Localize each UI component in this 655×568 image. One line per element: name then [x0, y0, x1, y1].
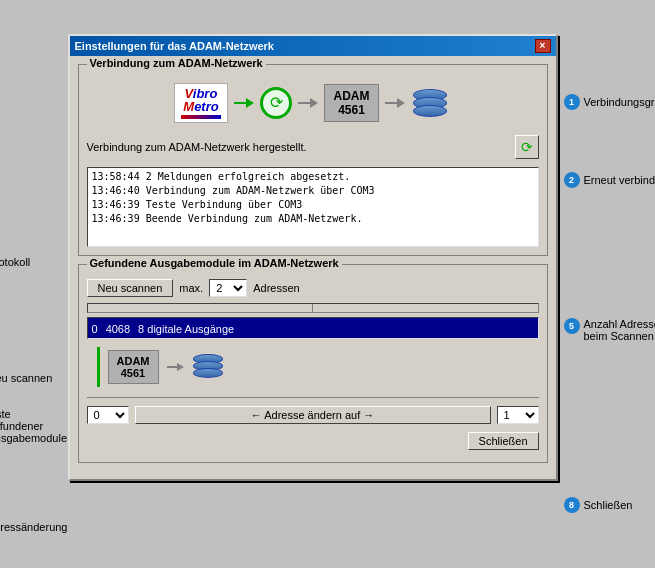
list-row[interactable]: 0 4068 8 digitale Ausgänge	[88, 318, 538, 339]
preview-db-disks	[192, 348, 228, 386]
address-change-row: 0 1 2 ← Adresse ändern auf → 1 0 2	[87, 402, 539, 428]
badge-2: 2	[564, 172, 580, 188]
log-line-1: 13:58:44 2 Meldungen erfolgreich abgeset…	[92, 170, 534, 184]
address-from-select[interactable]: 0 1 2	[87, 406, 129, 424]
connection-arrow	[234, 98, 254, 108]
modules-group-title: Gefundene Ausgabemodule im ADAM-Netzwerk	[87, 257, 342, 269]
connection-group: Verbindung zum ADAM-Netzwerk Vibro Metro	[78, 64, 548, 256]
close-button-row: Schließen	[87, 428, 539, 454]
log-line-4: 13:46:39 Beende Verbindung zum ADAM-Netz…	[92, 212, 534, 226]
annotation-neu-scannen: 4 Neu scannen	[0, 370, 68, 386]
badge-5: 5	[564, 318, 580, 334]
adam-device-label: ADAM4561	[324, 84, 379, 122]
close-button[interactable]: Schließen	[468, 432, 539, 450]
log-line-2: 13:46:40 Verbindung zum ADAM-Netzwerk üb…	[92, 184, 534, 198]
badge-1: 1	[564, 94, 580, 110]
adam-preview: ADAM4561	[87, 339, 539, 395]
annotation-anzahl-adressen: 5 Anzahl Adressen beim Scannen	[564, 318, 656, 342]
window-title: Einstellungen für das ADAM-Netzwerk	[75, 40, 274, 52]
progress-bar	[87, 303, 539, 313]
annotation-adressaenderung: 7 Adressänderung	[0, 519, 68, 535]
connection-group-title: Verbindung zum ADAM-Netzwerk	[87, 57, 266, 69]
connection-status-row: Verbindung zum ADAM-Netzwerk hergestellt…	[87, 133, 539, 161]
annotation-schliessen: 8 Schließen	[564, 497, 656, 513]
main-window: Einstellungen für das ADAM-Netzwerk × Ve…	[68, 34, 558, 481]
annotation-erneut-verbinden: 2 Erneut verbinden	[564, 172, 656, 188]
list-col-addr: 0	[92, 323, 98, 335]
address-to-select[interactable]: 1 0 2	[497, 406, 539, 424]
close-window-button[interactable]: ×	[535, 39, 551, 53]
scan-button[interactable]: Neu scannen	[87, 279, 174, 297]
modules-group: Gefundene Ausgabemodule im ADAM-Netzwerk…	[78, 264, 548, 463]
annotation-protokoll: 3 Protokoll	[0, 254, 68, 270]
divider	[87, 397, 539, 398]
max-label: max.	[179, 282, 203, 294]
module-list[interactable]: 0 4068 8 digitale Ausgänge	[87, 317, 539, 339]
green-bar	[97, 347, 100, 387]
vm-logo: Vibro Metro	[174, 83, 228, 123]
connection-cycle-icon: ⟳	[260, 87, 292, 119]
reconnect-icon: ⟳	[521, 139, 533, 155]
scan-row: Neu scannen max. 2 4 8 16 Adressen	[87, 279, 539, 297]
list-col-id: 4068	[106, 323, 130, 335]
annotation-verbindungsgrafik: 1 Verbindungsgrafik	[564, 94, 656, 110]
title-bar: Einstellungen für das ADAM-Netzwerk ×	[70, 36, 556, 56]
connection-arrow3	[385, 98, 405, 108]
connection-graphic: Vibro Metro ⟳	[87, 71, 539, 133]
adam-preview-label: ADAM4561	[108, 350, 159, 384]
status-text: Verbindung zum ADAM-Netzwerk hergestellt…	[87, 141, 307, 153]
log-area: 13:58:44 2 Meldungen erfolgreich abgeset…	[87, 167, 539, 247]
max-addresses-select[interactable]: 2 4 8 16	[209, 279, 247, 297]
preview-arrow	[167, 363, 184, 371]
badge-8: 8	[564, 497, 580, 513]
list-col-desc: 8 digitale Ausgänge	[138, 323, 533, 335]
annotation-liste: 6 Liste gefundener Ausgabemodule	[0, 408, 68, 444]
connection-arrow2	[298, 98, 318, 108]
log-line-3: 13:46:39 Teste Verbindung über COM3	[92, 198, 534, 212]
db-disks-icon	[411, 81, 451, 125]
adressen-label: Adressen	[253, 282, 299, 294]
reconnect-button[interactable]: ⟳	[515, 135, 539, 159]
address-change-button[interactable]: ← Adresse ändern auf →	[135, 406, 491, 424]
